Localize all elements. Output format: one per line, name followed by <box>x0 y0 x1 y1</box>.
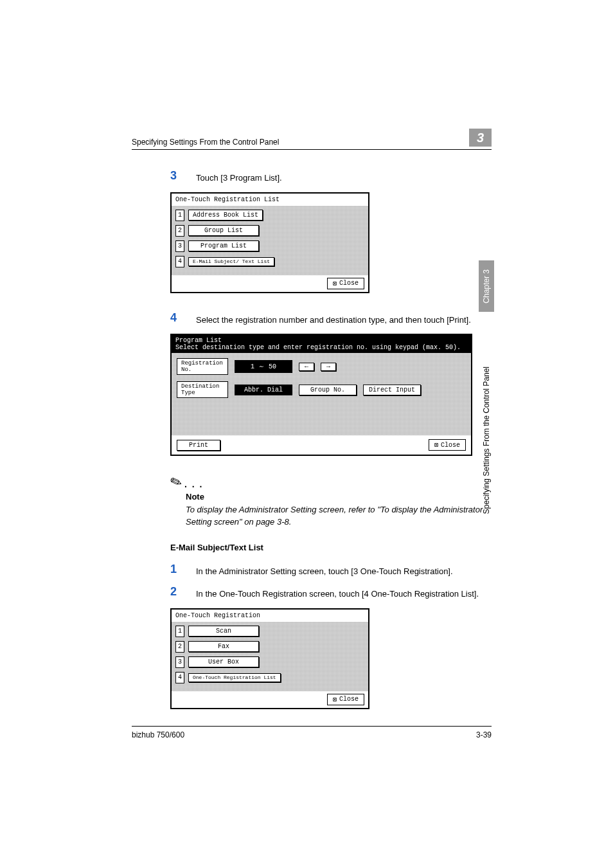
step-2b: 2 In the One-Touch Registration screen, … <box>170 585 492 601</box>
screenshot-program-list: Program List Select destination type and… <box>170 334 472 456</box>
chapter-number-box: 3 <box>469 129 492 147</box>
note-icon: ✎ <box>168 473 184 493</box>
user-box-button[interactable]: User Box <box>188 656 259 667</box>
screenshot-one-touch-list: One-Touch Registration List 1 Address Bo… <box>170 192 369 293</box>
list-index: 4 <box>175 672 184 683</box>
step-text: In the Administrator Setting screen, tou… <box>196 563 453 578</box>
email-subject-text-list-button[interactable]: E-Mail Subject/ Text List <box>188 257 274 266</box>
step-3: 3 Touch [3 Program List]. <box>170 169 492 185</box>
scan-button[interactable]: Scan <box>188 626 259 637</box>
step-4: 4 Select the registration number and des… <box>170 311 492 327</box>
one-touch-reg-list-button[interactable]: One-Touch Registration List <box>188 673 281 682</box>
list-index: 2 <box>175 641 184 653</box>
side-section-label: Specifying Settings From the Control Pan… <box>480 328 493 553</box>
close-icon: ⊠ <box>434 441 438 449</box>
group-list-button[interactable]: Group List <box>188 225 259 236</box>
footer-product: bizhub 750/600 <box>132 730 184 739</box>
print-button[interactable]: Print <box>177 440 220 451</box>
destination-type-label: Destination Type <box>177 381 228 398</box>
footer-page-number: 3-39 <box>476 730 492 739</box>
page-header: Specifying Settings From the Control Pan… <box>132 132 492 150</box>
close-icon: ⊠ <box>333 696 337 703</box>
note-dots: . . . <box>184 479 203 491</box>
list-index: 1 <box>175 626 184 637</box>
header-title: Specifying Settings From the Control Pan… <box>132 138 279 147</box>
address-book-list-button[interactable]: Address Book List <box>188 210 263 221</box>
screenshot-title-bar: Program List Select destination type and… <box>172 335 471 353</box>
direct-input-button[interactable]: Direct Input <box>363 384 421 395</box>
fax-button[interactable]: Fax <box>188 641 259 652</box>
side-chapter-tab: Chapter 3 <box>479 260 494 312</box>
close-icon: ⊠ <box>333 280 337 287</box>
screenshot-body: 1 Scan 2 Fax 3 User Box 4 One-Touch Regi… <box>172 622 368 691</box>
step-text: Select the registration number and desti… <box>196 311 471 327</box>
screenshot-one-touch-registration: One-Touch Registration 1 Scan 2 Fax 3 Us… <box>170 608 369 709</box>
abbr-dial-button[interactable]: Abbr. Dial <box>235 384 292 395</box>
list-index: 2 <box>175 225 184 237</box>
note-text: To display the Administrator Setting scr… <box>186 504 492 529</box>
step-number: 2 <box>170 585 182 599</box>
screenshot-body: Registration No. 1 ～ 50 ← → Destination … <box>172 353 471 435</box>
step-text: In the One-Touch Registration screen, to… <box>196 585 479 601</box>
program-list-button[interactable]: Program List <box>188 240 259 251</box>
screenshot-title: One-Touch Registration List <box>172 194 368 206</box>
screenshot-subtitle: Select destination type and enter regist… <box>175 344 467 351</box>
close-button[interactable]: ⊠Close <box>327 278 364 289</box>
section-heading: E-Mail Subject/Text List <box>170 543 492 552</box>
screenshot-body: 1 Address Book List 2 Group List 3 Progr… <box>172 206 368 275</box>
registration-no-label: Registration No. <box>177 358 228 375</box>
list-index: 4 <box>175 256 184 267</box>
list-index: 3 <box>175 656 184 668</box>
screenshot-title: One-Touch Registration <box>172 610 368 622</box>
screenshot-title: Program List <box>175 337 467 344</box>
arrow-right-button[interactable]: → <box>321 363 336 371</box>
step-text: Touch [3 Program List]. <box>196 169 282 185</box>
registration-range-display: 1 ～ 50 <box>235 360 292 373</box>
list-index: 3 <box>175 240 184 252</box>
step-number: 3 <box>170 169 182 183</box>
note-block: ✎ . . . Note To display the Administrato… <box>170 474 492 529</box>
page-content: Specifying Settings From the Control Pan… <box>132 132 492 727</box>
step-number: 4 <box>170 311 182 325</box>
group-no-button[interactable]: Group No. <box>299 384 357 395</box>
step-1b: 1 In the Administrator Setting screen, t… <box>170 563 492 578</box>
arrow-left-button[interactable]: ← <box>299 363 314 371</box>
note-label: Note <box>186 492 492 502</box>
list-index: 1 <box>175 210 184 221</box>
close-button[interactable]: ⊠Close <box>327 694 364 705</box>
close-button[interactable]: ⊠Close <box>429 439 466 451</box>
page-footer: bizhub 750/600 3-39 <box>132 726 492 739</box>
step-number: 1 <box>170 563 182 576</box>
